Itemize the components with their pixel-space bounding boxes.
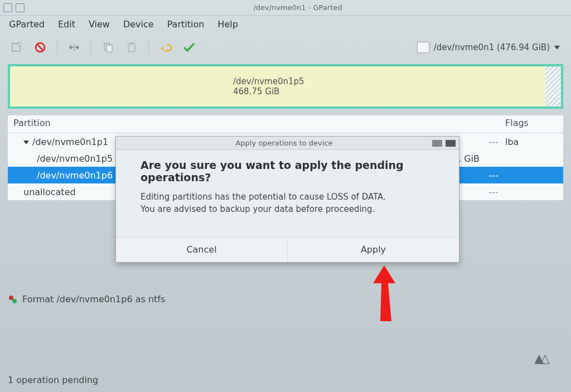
svg-rect-8 <box>130 42 133 45</box>
svg-rect-7 <box>128 43 135 52</box>
new-partition-button[interactable] <box>7 38 27 56</box>
row-name: unallocated <box>8 187 119 197</box>
dialog-line2: You are advised to backup your data befo… <box>141 204 444 216</box>
dialog-body: Are you sure you want to apply the pendi… <box>116 150 459 220</box>
apply-confirm-button[interactable]: Apply <box>288 238 459 262</box>
pending-op-text: Format /dev/nvme0n1p6 as ntfs <box>22 294 165 304</box>
delete-partition-button[interactable] <box>30 38 50 56</box>
row-sep: --- <box>485 187 502 197</box>
menu-device[interactable]: Device <box>123 19 154 30</box>
dialog-app-icon-2 <box>129 140 136 147</box>
paste-button[interactable] <box>122 38 142 56</box>
device-selector-label: /dev/nvme0n1 (476.94 GiB) <box>434 42 550 52</box>
svg-rect-6 <box>107 45 112 52</box>
apply-dialog: Apply operations to device Are you sure … <box>115 136 459 263</box>
apply-button[interactable] <box>179 38 199 56</box>
menu-gparted[interactable]: GParted <box>9 19 45 30</box>
dialog-buttons: Cancel Apply <box>116 237 459 262</box>
app-icon <box>3 3 12 12</box>
window-titlebar: /dev/nvme0n1 - GParted <box>0 0 571 16</box>
dialog-titlebar: Apply operations to device <box>116 137 459 150</box>
dialog-minimize-button[interactable] <box>432 140 442 147</box>
pending-operations: Format /dev/nvme0n1p6 as ntfs <box>8 288 563 304</box>
row-name: /dev/nvme0n1p1 <box>32 137 108 147</box>
segment-size: 468.75 GiB <box>233 86 545 96</box>
menu-partition[interactable]: Partition <box>167 19 205 30</box>
toolbar-separator <box>57 40 57 55</box>
undo-button[interactable] <box>156 38 176 56</box>
menu-edit[interactable]: Edit <box>58 19 75 30</box>
row-sep: --- <box>485 170 502 181</box>
disk-icon <box>417 42 429 53</box>
row-name: /dev/nvme0n1p5 <box>8 153 119 164</box>
cancel-button[interactable]: Cancel <box>116 238 288 262</box>
window-title: /dev/nvme0n1 - GParted <box>28 3 568 12</box>
chevron-down-icon <box>554 46 560 50</box>
toolbar: /dev/nvme0n1 (476.94 GiB) <box>0 33 571 64</box>
format-op-icon <box>8 294 18 304</box>
mouse-cursor-icon: ▲△ <box>534 351 546 365</box>
svg-point-10 <box>12 299 17 303</box>
device-selector[interactable]: /dev/nvme0n1 (476.94 GiB) <box>413 40 564 55</box>
app-icon-2 <box>16 3 25 12</box>
row-sep: --- <box>485 137 502 147</box>
svg-rect-4 <box>73 44 75 51</box>
dialog-maximize-button[interactable] <box>446 140 456 147</box>
segment-name: /dev/nvme0n1p5 <box>233 76 545 86</box>
partition-table-header: Partition Flags <box>8 115 563 133</box>
menu-help[interactable]: Help <box>217 19 238 30</box>
svg-line-3 <box>37 45 43 50</box>
column-flags[interactable]: Flags <box>502 118 563 128</box>
toolbar-separator <box>148 40 149 55</box>
partition-graphic[interactable]: /dev/nvme0n1p5 468.75 GiB <box>8 64 563 109</box>
copy-button[interactable] <box>98 38 118 56</box>
svg-point-1 <box>18 42 21 46</box>
dialog-line1: Editing partitions has the potential to … <box>141 191 444 204</box>
menu-view[interactable]: View <box>89 19 110 30</box>
row-flags: lba <box>502 137 563 147</box>
tree-expand-icon[interactable] <box>23 141 29 144</box>
resize-move-button[interactable] <box>64 38 84 56</box>
menubar: GParted Edit View Device Partition Help <box>0 16 571 33</box>
dialog-title: Apply operations to device <box>139 139 429 147</box>
statusbar: 1 operation pending <box>8 375 98 385</box>
partition-segment-unallocated[interactable] <box>545 66 561 107</box>
svg-point-9 <box>9 296 13 300</box>
partition-segment-main[interactable]: /dev/nvme0n1p5 468.75 GiB <box>10 66 545 107</box>
dialog-heading: Are you sure you want to apply the pendi… <box>141 159 444 183</box>
column-partition[interactable]: Partition <box>8 118 119 128</box>
row-name: /dev/nvme0n1p6 <box>8 170 119 181</box>
dialog-app-icon <box>119 140 126 147</box>
toolbar-separator <box>91 40 91 55</box>
